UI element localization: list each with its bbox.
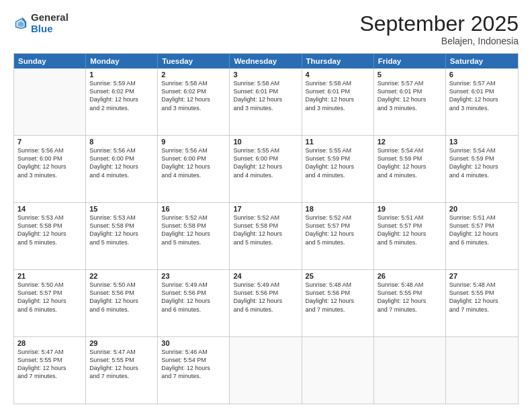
day-cell-24: 24Sunrise: 5:49 AMSunset: 5:56 PMDayligh…	[230, 270, 302, 336]
cell-info-line: and 5 minutes.	[378, 238, 442, 246]
cell-info-line: Daylight: 12 hours	[89, 163, 154, 171]
cell-info-line: Sunset: 5:57 PM	[306, 222, 370, 230]
cell-info-line: Sunset: 6:00 PM	[17, 154, 82, 163]
cell-info-line: Sunset: 5:57 PM	[449, 222, 515, 230]
day-number: 10	[233, 138, 298, 146]
day-number: 24	[233, 272, 298, 280]
day-number: 12	[378, 138, 442, 146]
cell-info-line: and 4 minutes.	[161, 171, 226, 179]
cell-info-line: Sunset: 6:02 PM	[89, 87, 154, 95]
day-cell-2: 2Sunrise: 5:58 AMSunset: 6:02 PMDaylight…	[158, 68, 230, 135]
cell-info-line: and 4 minutes.	[378, 171, 442, 179]
cell-info-line: and 4 minutes.	[89, 171, 154, 179]
day-cell-7: 7Sunrise: 5:56 AMSunset: 6:00 PMDaylight…	[14, 136, 86, 202]
calendar-week-4: 21Sunrise: 5:50 AMSunset: 5:57 PMDayligh…	[14, 270, 518, 337]
cell-info-line: Sunrise: 5:54 AM	[449, 146, 515, 154]
cell-info-line: and 5 minutes.	[89, 238, 154, 246]
empty-cell	[230, 337, 302, 404]
day-cell-17: 17Sunrise: 5:52 AMSunset: 5:58 PMDayligh…	[230, 203, 302, 269]
cell-info-line: Sunrise: 5:51 AM	[449, 214, 515, 222]
day-header-monday: Monday	[86, 54, 158, 68]
calendar-week-2: 7Sunrise: 5:56 AMSunset: 6:00 PMDaylight…	[14, 136, 518, 203]
cell-info-line: Sunset: 5:56 PM	[161, 289, 226, 297]
day-cell-3: 3Sunrise: 5:58 AMSunset: 6:01 PMDaylight…	[230, 68, 302, 135]
cell-info-line: Sunset: 5:59 PM	[306, 154, 370, 163]
cell-info-line: Sunset: 5:59 PM	[449, 154, 515, 163]
cell-info-line: Daylight: 12 hours	[161, 230, 226, 238]
day-cell-16: 16Sunrise: 5:52 AMSunset: 5:58 PMDayligh…	[158, 203, 230, 269]
day-cell-23: 23Sunrise: 5:49 AMSunset: 5:56 PMDayligh…	[158, 270, 230, 336]
cell-info-line: and 7 minutes.	[306, 306, 370, 314]
cell-info-line: Sunrise: 5:54 AM	[378, 146, 442, 154]
day-number: 21	[17, 272, 82, 280]
cell-info-line: and 3 minutes.	[233, 104, 298, 112]
day-number: 29	[89, 339, 154, 347]
cell-info-line: Sunrise: 5:47 AM	[17, 348, 82, 356]
cell-info-line: and 3 minutes.	[306, 104, 370, 112]
logo-general-text: General	[31, 12, 69, 24]
day-number: 27	[449, 272, 515, 280]
calendar: SundayMondayTuesdayWednesdayThursdayFrid…	[13, 53, 519, 404]
cell-info-line: Sunrise: 5:58 AM	[233, 79, 298, 87]
cell-info-line: and 3 minutes.	[378, 104, 442, 112]
day-number: 8	[89, 138, 154, 146]
cell-info-line: and 5 minutes.	[306, 238, 370, 246]
cell-info-line: Sunset: 6:01 PM	[449, 87, 515, 95]
cell-info-line: Sunset: 5:58 PM	[89, 222, 154, 230]
cell-info-line: Daylight: 12 hours	[89, 297, 154, 305]
cell-info-line: Sunset: 5:58 PM	[161, 222, 226, 230]
calendar-header: SundayMondayTuesdayWednesdayThursdayFrid…	[14, 54, 518, 68]
cell-info-line: Sunrise: 5:46 AM	[161, 348, 226, 356]
cell-info-line: Sunset: 6:01 PM	[233, 87, 298, 95]
cell-info-line: and 3 minutes.	[17, 171, 82, 179]
cell-info-line: Sunrise: 5:57 AM	[449, 79, 515, 87]
day-number: 13	[449, 138, 515, 146]
cell-info-line: Sunset: 6:01 PM	[306, 87, 370, 95]
cell-info-line: Daylight: 12 hours	[449, 230, 515, 238]
day-cell-19: 19Sunrise: 5:51 AMSunset: 5:57 PMDayligh…	[374, 203, 446, 269]
cell-info-line: Daylight: 12 hours	[449, 297, 515, 305]
logo: General Blue	[13, 12, 69, 34]
cell-info-line: Sunrise: 5:48 AM	[449, 281, 515, 289]
cell-info-line: Daylight: 12 hours	[161, 95, 226, 103]
day-cell-12: 12Sunrise: 5:54 AMSunset: 5:59 PMDayligh…	[374, 136, 446, 202]
empty-cell	[302, 337, 374, 404]
cell-info-line: Sunset: 6:02 PM	[161, 87, 226, 95]
cell-info-line: Daylight: 12 hours	[161, 364, 226, 372]
cell-info-line: Daylight: 12 hours	[89, 230, 154, 238]
calendar-location: Belajen, Indonesia	[359, 36, 519, 46]
page: General Blue September 2025 Belajen, Ind…	[0, 0, 532, 411]
cell-info-line: Daylight: 12 hours	[306, 163, 370, 171]
calendar-week-1: 1Sunrise: 5:59 AMSunset: 6:02 PMDaylight…	[14, 68, 518, 136]
cell-info-line: Sunrise: 5:53 AM	[89, 214, 154, 222]
day-number: 15	[89, 205, 154, 213]
day-cell-20: 20Sunrise: 5:51 AMSunset: 5:57 PMDayligh…	[446, 203, 518, 269]
day-number: 19	[378, 205, 442, 213]
cell-info-line: Sunset: 6:00 PM	[233, 154, 298, 163]
cell-info-line: Daylight: 12 hours	[449, 163, 515, 171]
cell-info-line: Sunset: 5:55 PM	[449, 289, 515, 297]
cell-info-line: Sunset: 6:00 PM	[89, 154, 154, 163]
day-number: 22	[89, 272, 154, 280]
cell-info-line: Daylight: 12 hours	[89, 364, 154, 372]
cell-info-line: Daylight: 12 hours	[378, 95, 442, 103]
cell-info-line: Sunrise: 5:49 AM	[161, 281, 226, 289]
cell-info-line: Daylight: 12 hours	[378, 297, 442, 305]
cell-info-line: Daylight: 12 hours	[449, 95, 515, 103]
cell-info-line: Sunrise: 5:52 AM	[233, 214, 298, 222]
day-header-friday: Friday	[374, 54, 446, 68]
logo-blue-text: Blue	[31, 24, 69, 35]
cell-info-line: Sunset: 5:57 PM	[378, 222, 442, 230]
cell-info-line: and 4 minutes.	[449, 171, 515, 179]
day-cell-27: 27Sunrise: 5:48 AMSunset: 5:55 PMDayligh…	[446, 270, 518, 336]
cell-info-line: Sunrise: 5:50 AM	[17, 281, 82, 289]
cell-info-line: Daylight: 12 hours	[17, 364, 82, 372]
cell-info-line: Sunrise: 5:49 AM	[233, 281, 298, 289]
day-number: 17	[233, 205, 298, 213]
day-cell-28: 28Sunrise: 5:47 AMSunset: 5:55 PMDayligh…	[14, 337, 86, 404]
cell-info-line: Sunset: 5:56 PM	[233, 289, 298, 297]
cell-info-line: Sunrise: 5:52 AM	[306, 214, 370, 222]
day-cell-1: 1Sunrise: 5:59 AMSunset: 6:02 PMDaylight…	[86, 68, 158, 135]
cell-info-line: Sunset: 5:55 PM	[17, 356, 82, 364]
day-number: 28	[17, 339, 82, 347]
